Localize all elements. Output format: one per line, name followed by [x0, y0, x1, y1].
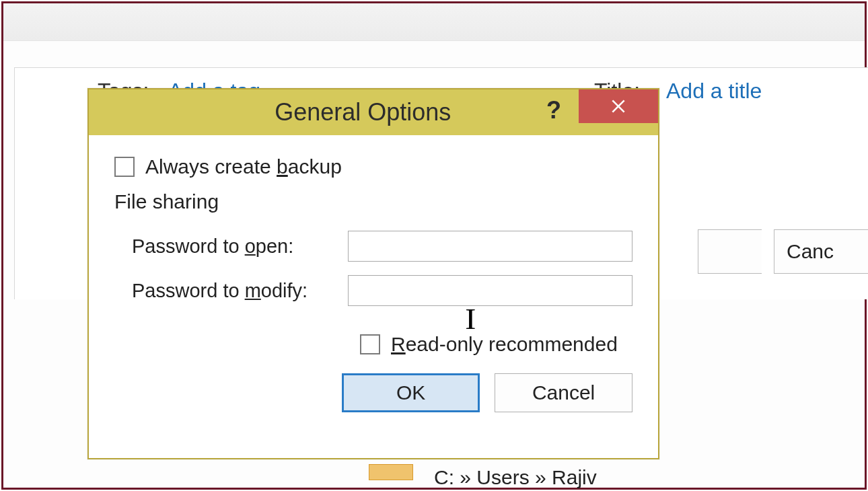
label-text: Password to	[132, 280, 245, 301]
label-mnemonic: b	[277, 155, 288, 178]
text-cursor-icon: I	[465, 302, 476, 336]
label-mnemonic: R	[391, 333, 406, 355]
label-text: odify:	[261, 280, 308, 301]
parent-window-toolbar	[3, 3, 865, 41]
close-button[interactable]	[579, 89, 658, 123]
password-open-input[interactable]	[348, 231, 632, 262]
read-only-recommended-label[interactable]: Read-only recommended	[391, 333, 618, 356]
dialog-button-row: OK Cancel	[342, 373, 632, 412]
label-text: ead-only recommended	[406, 333, 618, 355]
close-icon	[610, 98, 627, 115]
label-text: ackup	[288, 155, 342, 178]
breadcrumb-path[interactable]: C: » Users » Rajiv	[434, 466, 597, 489]
always-create-backup-row: Always create backup	[114, 155, 632, 178]
parent-button-hidden[interactable]	[698, 229, 762, 274]
ok-button[interactable]: OK	[342, 373, 480, 412]
path-segment-highlight[interactable]	[369, 464, 413, 480]
label-text: Password to	[132, 235, 245, 257]
password-open-label: Password to open:	[114, 235, 333, 258]
password-open-row: Password to open:	[114, 231, 632, 262]
parent-cancel-button[interactable]: Canc	[774, 229, 868, 274]
title-value-link[interactable]: Add a title	[666, 79, 762, 104]
dialog-title: General Options	[275, 98, 451, 126]
password-modify-input[interactable]	[348, 275, 632, 306]
read-only-recommended-checkbox[interactable]	[360, 334, 380, 354]
label-text: pen:	[256, 235, 293, 257]
file-sharing-header: File sharing	[114, 190, 632, 213]
dialog-titlebar[interactable]: General Options ?	[89, 89, 658, 135]
label-mnemonic: o	[245, 235, 256, 257]
password-modify-label: Password to modify:	[114, 280, 333, 302]
help-button[interactable]: ?	[536, 93, 572, 127]
cancel-button[interactable]: Cancel	[495, 373, 632, 412]
always-create-backup-checkbox[interactable]	[114, 157, 135, 177]
dialog-body: Always create backup File sharing Passwo…	[89, 135, 658, 458]
label-text: Always create	[145, 155, 277, 178]
label-mnemonic: m	[245, 280, 261, 301]
always-create-backup-label[interactable]: Always create backup	[145, 155, 342, 178]
read-only-recommended-row: Read-only recommended	[360, 333, 632, 356]
password-modify-row: Password to modify:	[114, 275, 632, 306]
general-options-dialog: General Options ? Always create backup F…	[87, 88, 659, 459]
